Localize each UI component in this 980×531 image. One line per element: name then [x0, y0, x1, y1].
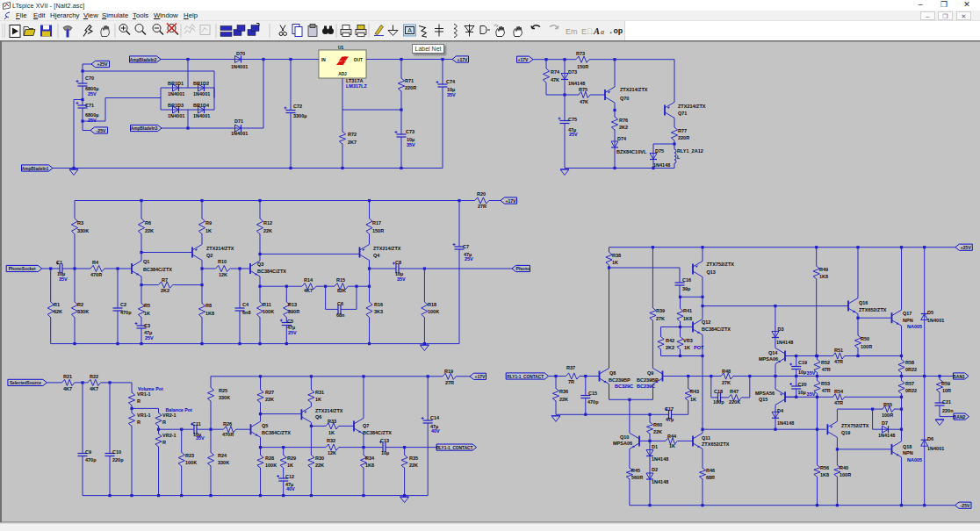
svg-text:LM317LZ: LM317LZ	[346, 83, 367, 89]
svg-text:Q15: Q15	[759, 397, 767, 402]
svg-text:LT317A: LT317A	[346, 78, 363, 83]
svg-text:Q1: Q1	[143, 259, 149, 264]
svg-text:0R22: 0R22	[905, 367, 917, 372]
svg-text:220R: 220R	[405, 85, 416, 90]
svg-text:100p: 100p	[713, 399, 724, 405]
svg-text:R16: R16	[374, 302, 383, 307]
svg-text:R: R	[137, 398, 141, 404]
svg-text:R15: R15	[336, 277, 345, 283]
svg-text:ZTX214/ZTX: ZTX214/ZTX	[620, 87, 648, 92]
svg-text:C11: C11	[192, 421, 201, 427]
svg-text:100K: 100K	[263, 309, 274, 314]
svg-text:R30: R30	[315, 456, 324, 461]
svg-text:Q14: Q14	[768, 350, 778, 355]
svg-text:1K8: 1K8	[365, 463, 374, 468]
svg-text:R59: R59	[941, 381, 950, 386]
svg-text:R14: R14	[304, 277, 313, 283]
svg-text:C2: C2	[120, 302, 126, 307]
svg-text:R: R	[137, 420, 141, 425]
svg-text:1N4001: 1N4001	[231, 64, 248, 69]
svg-text:R40: R40	[839, 465, 848, 470]
svg-text:R43: R43	[690, 389, 699, 394]
svg-text:R2: R2	[77, 302, 83, 307]
svg-text:AmpBladeIn2: AmpBladeIn2	[130, 58, 157, 62]
svg-text:R: R	[162, 440, 166, 445]
svg-text:Q19: Q19	[841, 430, 850, 435]
svg-text:25V: 25V	[288, 330, 297, 335]
svg-text:R25: R25	[219, 388, 227, 393]
svg-text:BC239C: BC239C	[637, 384, 655, 389]
svg-text:R6: R6	[145, 220, 151, 226]
svg-text:BC384C/ZTX: BC384C/ZTX	[702, 326, 731, 332]
svg-text:C10: C10	[112, 449, 121, 455]
svg-text:ZTX214/ZTX: ZTX214/ZTX	[206, 246, 234, 251]
svg-text:22K: 22K	[145, 228, 154, 233]
svg-text:R29: R29	[287, 456, 296, 461]
svg-text:3K3: 3K3	[374, 309, 383, 314]
svg-text:22K: 22K	[263, 228, 272, 233]
svg-text:Q13: Q13	[707, 269, 716, 275]
svg-text:C9: C9	[85, 449, 91, 455]
svg-text:7R: 7R	[568, 379, 574, 384]
svg-text:C70: C70	[85, 75, 94, 81]
svg-text:Q9: Q9	[647, 370, 653, 376]
svg-text:35V: 35V	[196, 435, 205, 441]
svg-text:1N4148: 1N4148	[878, 433, 895, 438]
svg-text:R74: R74	[551, 69, 560, 75]
svg-text:R33: R33	[328, 419, 336, 424]
svg-text:R27: R27	[265, 390, 274, 395]
svg-text:R22: R22	[90, 374, 98, 379]
svg-text:47R: 47R	[834, 400, 843, 405]
svg-text:VR2-1: VR2-1	[162, 433, 177, 438]
svg-text:2K2: 2K2	[161, 288, 169, 293]
svg-text:Q18: Q18	[903, 444, 912, 449]
svg-text:RLY1-1_CONTACT: RLY1-1_CONTACT	[436, 446, 473, 450]
svg-text:Q7: Q7	[363, 423, 369, 428]
svg-text:25V: 25V	[465, 256, 473, 262]
svg-text:C3: C3	[144, 323, 150, 328]
svg-text:BC329C: BC329C	[615, 384, 633, 389]
svg-text:1K: 1K	[287, 463, 293, 468]
svg-text:C71: C71	[85, 103, 94, 108]
svg-text:ZTX214/ZTX: ZTX214/ZTX	[373, 246, 401, 251]
svg-text:1N4001: 1N4001	[193, 91, 210, 97]
svg-text:C5: C5	[287, 319, 293, 324]
svg-text:R58: R58	[905, 360, 914, 365]
svg-text:470R: 470R	[222, 432, 234, 437]
svg-text:R4: R4	[92, 260, 99, 265]
svg-text:+25V: +25V	[97, 61, 108, 67]
svg-text:RLY1_2A12: RLY1_2A12	[677, 148, 703, 154]
svg-text:POT: POT	[694, 345, 704, 350]
svg-text:1N4148: 1N4148	[777, 420, 794, 426]
svg-text:R44: R44	[667, 434, 677, 439]
svg-text:R9: R9	[205, 220, 212, 226]
svg-text:BC239BP: BC239BP	[637, 377, 659, 383]
svg-text:R3: R3	[77, 220, 83, 226]
svg-text:D71: D71	[234, 118, 243, 124]
svg-text:D7: D7	[882, 420, 888, 426]
svg-text:100R: 100R	[839, 472, 851, 477]
svg-text:47µ: 47µ	[666, 417, 674, 422]
svg-text:12K: 12K	[328, 450, 336, 456]
svg-text:27K: 27K	[722, 380, 731, 385]
svg-text:R26: R26	[223, 421, 232, 427]
svg-text:10µ: 10µ	[798, 390, 806, 395]
svg-text:C7: C7	[463, 244, 469, 249]
svg-text:-25V: -25V	[97, 128, 106, 133]
svg-text:D5: D5	[927, 310, 933, 315]
svg-text:R35: R35	[409, 456, 418, 461]
svg-text:2K2: 2K2	[666, 345, 674, 350]
svg-text:Q3: Q3	[257, 262, 263, 267]
svg-text:SelectedSource: SelectedSource	[10, 381, 41, 385]
svg-text:1K: 1K	[205, 228, 212, 233]
svg-text:220K: 220K	[729, 399, 740, 405]
svg-text:1K8: 1K8	[683, 316, 692, 321]
svg-text:1K8: 1K8	[820, 472, 829, 477]
svg-text:220R: 220R	[678, 135, 689, 140]
svg-text:ADJ: ADJ	[338, 72, 347, 76]
svg-text:330K: 330K	[77, 228, 89, 233]
svg-text:10R: 10R	[942, 388, 951, 393]
svg-text:1N4001: 1N4001	[927, 446, 944, 451]
svg-text:12K: 12K	[219, 272, 227, 277]
svg-text:C17: C17	[665, 406, 674, 412]
